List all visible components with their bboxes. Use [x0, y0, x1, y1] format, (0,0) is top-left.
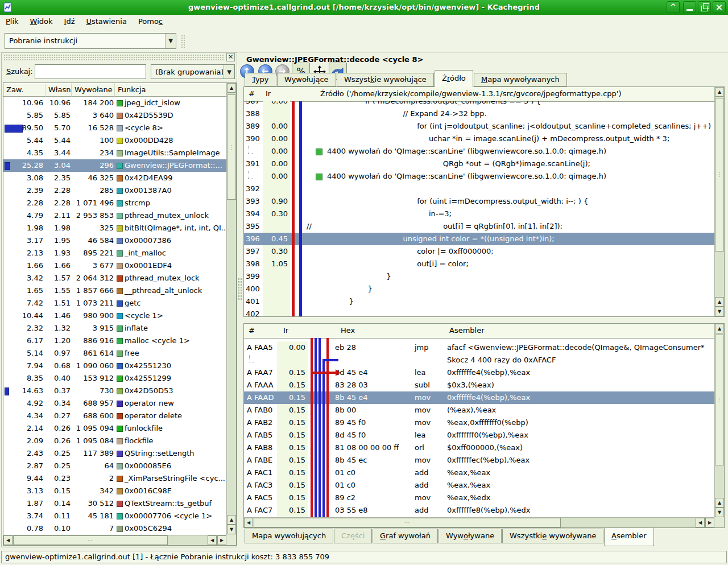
- source-line-row[interactable]: 392: [244, 183, 714, 195]
- source-line-row[interactable]: 399 }: [244, 270, 714, 283]
- function-row[interactable]: 8.350.40153 9120x42551299: [3, 372, 226, 385]
- source-col-num[interactable]: #: [249, 87, 255, 101]
- source-line-row[interactable]: 3970.30 color |= 0xff000000;: [244, 245, 714, 258]
- panel-splitter[interactable]: [238, 278, 242, 300]
- menu-item-pomoc[interactable]: Pomoc: [133, 15, 168, 30]
- source-line-row[interactable]: 395// out[i] = qRgb(in[0], in[1], in[2])…: [244, 220, 714, 233]
- function-row[interactable]: 4.340.27688 600operator delete: [3, 410, 226, 422]
- scroll-right-button[interactable]: ▶: [705, 518, 714, 527]
- function-row[interactable]: 1.651.551 857 666__pthread_alt_unlock: [3, 284, 226, 297]
- tab-wywoływane[interactable]: Wywoływane: [439, 529, 502, 543]
- function-row[interactable]: 10.9610.96184 200jpeg_idct_islow: [3, 97, 226, 109]
- menu-item-widok[interactable]: Widok: [24, 15, 59, 30]
- function-row[interactable]: 3.130.153420x0016C98E: [3, 485, 226, 497]
- function-row[interactable]: 25.283.04296Gwenview::JPEGFormat::...: [3, 159, 226, 172]
- tab-źródło[interactable]: Źródło: [435, 70, 473, 87]
- function-row[interactable]: 4.792.112 953 853pthread_mutex_unlock: [3, 209, 226, 222]
- menu-item-idź[interactable]: Idź: [59, 15, 81, 30]
- function-row[interactable]: 89.505.7016 528<cycle 8>: [3, 122, 226, 134]
- function-row[interactable]: 2.430.25117 389QString::setLength: [3, 447, 226, 460]
- function-row[interactable]: 3.171.9546 5840x00007386: [3, 234, 226, 247]
- dock-drag-handle[interactable]: [3, 54, 224, 60]
- scroll-left-button[interactable]: ◀: [3, 535, 13, 545]
- function-list-hscrollbar[interactable]: ◀ ⋯ ◀ ▶: [3, 535, 226, 545]
- source-line-row[interactable]: 388 // Expand 24->32 bpp.: [244, 108, 714, 120]
- function-row[interactable]: 0.780.1070x005C6294: [3, 522, 226, 535]
- column-header-function[interactable]: Funkcja: [115, 83, 226, 97]
- maximize-button[interactable]: [698, 1, 711, 13]
- source-col-ir[interactable]: Ir: [266, 87, 271, 101]
- close-button[interactable]: ×: [713, 1, 726, 13]
- source-line-row[interactable]: 3890.00 for (int j=oldoutput_scanline; j…: [244, 120, 714, 133]
- function-row[interactable]: 6.171.20886 916malloc <cycle 1>: [3, 335, 226, 347]
- tab-wywołujące[interactable]: Wywołujące: [277, 73, 336, 86]
- scrollbar-thumb[interactable]: ⋯: [254, 518, 561, 527]
- source-line-row[interactable]: 400 }: [244, 283, 714, 295]
- scroll-down-button[interactable]: ▼: [715, 307, 724, 316]
- source-line-row[interactable]: 3930.90 for (uint i=mDecompress.output_w…: [244, 195, 714, 208]
- function-row[interactable]: 1.981.98325bitBlt(QImage*, int, int, QI.…: [3, 222, 226, 234]
- menu-item-plik[interactable]: Plik: [0, 15, 24, 30]
- scrollbar-thumb[interactable]: ⋮: [715, 335, 724, 465]
- tab-typy[interactable]: Typy: [245, 73, 276, 86]
- event-type-combo[interactable]: Pobranie instrukcji ▼: [5, 33, 176, 49]
- minimize-button[interactable]: [683, 1, 696, 13]
- function-row[interactable]: 5.140.97861 614free: [3, 347, 226, 360]
- shade-button[interactable]: ^: [667, 1, 680, 13]
- scroll-left-button[interactable]: ◀: [244, 518, 253, 527]
- function-row[interactable]: 2.282.281 071 496strcmp: [3, 197, 226, 209]
- function-row[interactable]: 7.940.681 090 0600x42551230: [3, 360, 226, 372]
- source-line-row[interactable]: 3870.00 if ( mDecompress.output_componen…: [244, 101, 714, 108]
- source-line-row[interactable]: 3900.00 uchar *in = image.scanLine(j) + …: [244, 133, 714, 145]
- chevron-down-icon[interactable]: ▼: [224, 65, 234, 79]
- menu-item-ustawienia[interactable]: Ustawienia: [80, 15, 132, 30]
- function-row[interactable]: 3.082.3546 3250x42D4EA99: [3, 172, 226, 184]
- assembler-vscrollbar[interactable]: ▲ ⋮ ▲ ▼: [714, 324, 724, 517]
- scroll-up-button[interactable]: ▲: [715, 324, 724, 333]
- function-row[interactable]: 2.321.323 915inflate: [3, 322, 226, 335]
- scroll-up-button[interactable]: ▲: [715, 498, 724, 508]
- source-line-row[interactable]: 3940.30 in-=3;: [244, 208, 714, 220]
- tab-mapa-wywołujących[interactable]: Mapa wywołujących: [245, 529, 333, 543]
- column-header-self[interactable]: Własne: [46, 83, 72, 97]
- function-row[interactable]: 1.870.1430 512QTextStream::ts_getbuf: [3, 497, 226, 510]
- asm-col-asm[interactable]: Asembler: [449, 324, 485, 337]
- function-row[interactable]: 3.421.572 064 312pthread_mutex_lock: [3, 272, 226, 284]
- function-row[interactable]: 3.740.1145 1810x00007706 <cycle 1>: [3, 510, 226, 522]
- tab-asembler[interactable]: Asembler: [604, 528, 654, 546]
- call-info-row[interactable]: 0.004400 wywołań do 'QImage::scanLine' (…: [244, 170, 714, 183]
- function-row[interactable]: 7.421.511 073 211getc: [3, 297, 226, 310]
- scroll-up-button[interactable]: ▲: [715, 87, 724, 97]
- tab-graf-wywołań[interactable]: Graf wywołań: [373, 529, 438, 543]
- asm-col-num[interactable]: #: [249, 324, 255, 337]
- scrollbar-thumb[interactable]: ⋮: [715, 98, 724, 251]
- source-line-row[interactable]: 3981.05 out[i] = color;: [244, 258, 714, 270]
- column-header-called[interactable]: Wywołane: [72, 83, 115, 97]
- toolbar-drag-handle[interactable]: [181, 35, 185, 48]
- function-row[interactable]: 2.870.25640x000085E6: [3, 460, 226, 472]
- function-row[interactable]: 10.441.46980 900<cycle 1>: [3, 310, 226, 322]
- source-line-row[interactable]: 401 }: [244, 295, 714, 308]
- scroll-down-button[interactable]: ▼: [227, 525, 236, 534]
- function-row[interactable]: 2.131.93895 221_int_malloc: [3, 247, 226, 259]
- dock-close-button[interactable]: ×: [226, 53, 235, 61]
- function-row[interactable]: 4.353.44234ImageUtils::SampleImage: [3, 147, 226, 159]
- scroll-down-button[interactable]: ▼: [715, 508, 724, 517]
- scroll-left-button[interactable]: ◀: [208, 535, 217, 545]
- function-row[interactable]: 4.920.34688 957operator new: [3, 397, 226, 410]
- function-list-vscrollbar[interactable]: ▲ ⋮ ▲ ▼: [226, 83, 236, 535]
- call-info-row[interactable]: 0.004400 wywołań do 'QImage::scanLine' (…: [244, 145, 714, 158]
- source-line-row[interactable]: 3960.45 unsigned int color = *((unsigned…: [244, 233, 714, 245]
- source-line-row[interactable]: 3910.00 QRgb *out = (QRgb*)image.scanLin…: [244, 158, 714, 170]
- scroll-up-button[interactable]: ▲: [715, 297, 724, 307]
- chevron-down-icon[interactable]: ▼: [165, 34, 176, 48]
- search-input[interactable]: [35, 64, 146, 79]
- function-row[interactable]: 14.630.377300x42D50D53: [3, 385, 226, 397]
- tab-mapa-wywoływanych[interactable]: Mapa wywoływanych: [474, 73, 567, 86]
- scroll-up-button[interactable]: ▲: [227, 515, 236, 525]
- function-row[interactable]: 2.392.282850x001387A0: [3, 184, 226, 197]
- scroll-right-button[interactable]: ▶: [217, 535, 226, 545]
- source-vscrollbar[interactable]: ▲ ⋮ ▲ ▼: [714, 87, 724, 316]
- scroll-left-button[interactable]: ◀: [696, 518, 705, 527]
- asm-col-hex[interactable]: Hex: [341, 324, 355, 337]
